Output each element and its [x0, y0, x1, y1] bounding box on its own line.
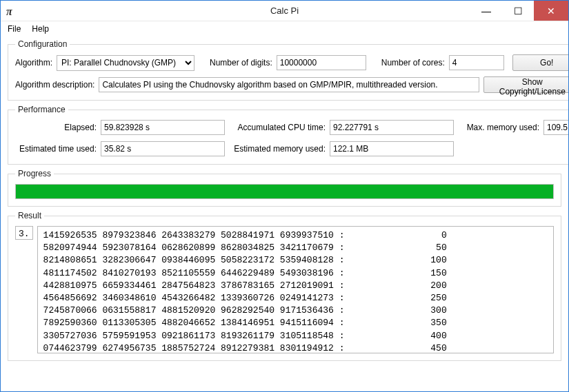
menu-bar: File Help	[1, 21, 568, 37]
window-title: Calc Pi	[270, 6, 299, 16]
estimated-time-value: 35.82 s	[101, 141, 225, 156]
menu-file[interactable]: File	[2, 23, 26, 35]
performance-legend: Performance	[15, 105, 68, 114]
estimated-time-label: Estimated time used:	[15, 144, 97, 154]
algorithm-select[interactable]: PI: Parallel Chudnovsky (GMP)	[57, 55, 194, 71]
maximize-button[interactable]: ☐	[502, 1, 534, 21]
configuration-group: Configuration Algorithm: PI: Parallel Ch…	[8, 39, 569, 101]
progress-group: Progress	[8, 169, 561, 207]
accumulated-cpu-value: 92.227791 s	[330, 120, 454, 135]
result-integer-part: 3.	[15, 226, 33, 240]
go-button[interactable]: Go!	[512, 54, 569, 71]
window-buttons: — ☐ ✕	[470, 1, 568, 21]
digits-label: Number of digits:	[210, 58, 272, 68]
configuration-legend: Configuration	[15, 39, 70, 49]
algorithm-description-label: Algorithm description:	[15, 80, 94, 90]
result-group: Result 3. 1415926535 8979323846 26433832…	[8, 211, 561, 361]
digits-input[interactable]	[277, 55, 366, 70]
max-memory-value: 109.5 MB	[543, 120, 569, 135]
accumulated-cpu-label: Accumulated CPU time:	[229, 123, 326, 132]
estimated-memory-label: Estimated memory used:	[229, 144, 326, 154]
elapsed-value: 59.823928 s	[101, 120, 225, 135]
progress-legend: Progress	[15, 169, 54, 178]
close-button[interactable]: ✕	[534, 1, 568, 21]
app-icon: π	[6, 6, 17, 17]
performance-group: Performance Elapsed: 59.823928 s Accumul…	[8, 105, 569, 165]
title-bar: π Calc Pi — ☐ ✕	[1, 1, 568, 21]
progress-fill	[16, 185, 553, 198]
content-area: Configuration Algorithm: PI: Parallel Ch…	[1, 37, 568, 372]
menu-help[interactable]: Help	[26, 23, 54, 35]
show-license-button[interactable]: Show Copyright/License	[483, 76, 569, 93]
estimated-memory-value: 122.1 MB	[330, 141, 454, 156]
progress-bar	[15, 184, 554, 199]
elapsed-label: Elapsed:	[15, 123, 97, 132]
max-memory-label: Max. memory used:	[458, 123, 539, 132]
result-digits[interactable]: 1415926535 8979323846 2643383279 5028841…	[37, 226, 554, 353]
minimize-button[interactable]: —	[470, 1, 502, 21]
algorithm-description-value: Calculates PI using the Chudnovsky algor…	[99, 77, 479, 92]
result-legend: Result	[15, 211, 44, 220]
cores-input[interactable]	[449, 55, 504, 70]
algorithm-label: Algorithm:	[15, 58, 52, 68]
cores-label: Number of cores:	[381, 58, 445, 68]
